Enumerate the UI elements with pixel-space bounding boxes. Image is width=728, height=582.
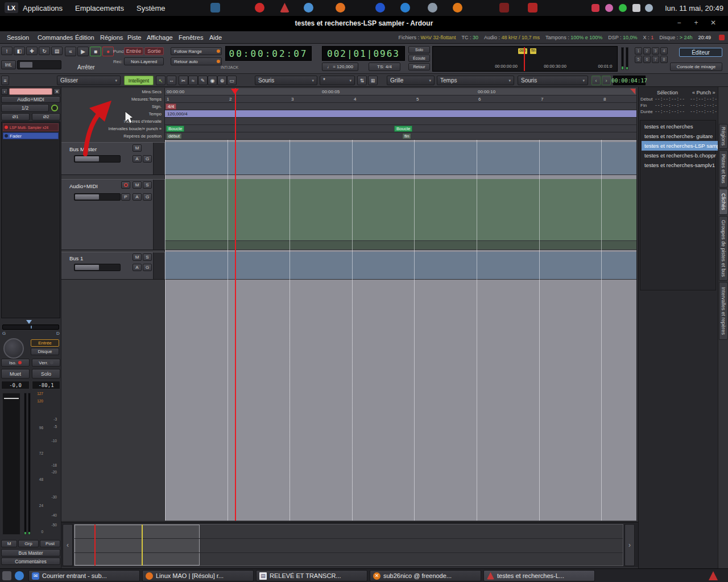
draw-mode-button[interactable]: ✎ xyxy=(198,76,208,85)
punch-start-time[interactable]: --:--:--:-- xyxy=(690,97,720,102)
action-script-5-button[interactable]: 5 xyxy=(635,56,642,63)
time-signature-marker[interactable]: 4/4 xyxy=(166,103,176,110)
track-playlist-button[interactable]: P xyxy=(121,193,130,201)
firefox-icon[interactable] xyxy=(336,3,345,13)
tray-check-icon[interactable] xyxy=(619,4,627,12)
monitor-input-button[interactable]: Entrée xyxy=(31,339,59,347)
peak-display[interactable]: -80,1 xyxy=(32,381,60,389)
processor-plugin-entry[interactable]: LSP Multi- Sampler x24 xyxy=(3,123,59,131)
chromium-icon[interactable] xyxy=(304,3,313,13)
monitor-disk-button[interactable]: Disque xyxy=(31,348,59,355)
menu-systeme[interactable]: Système xyxy=(133,0,169,16)
track-mute-button[interactable]: M xyxy=(133,144,142,152)
strip-close-button[interactable]: ✕ xyxy=(53,88,60,95)
plugin-active-led-icon[interactable] xyxy=(5,126,8,129)
solo-button[interactable]: Solo xyxy=(32,369,60,379)
punch-out-button[interactable]: Sortie xyxy=(144,47,164,55)
meter-point-post-button[interactable]: Post xyxy=(40,540,60,547)
time-signature-button[interactable]: TS: 4/4 xyxy=(369,63,400,71)
thunderbird-icon[interactable] xyxy=(428,3,437,13)
menu-fenetres[interactable]: Fenêtres xyxy=(174,31,208,44)
snapshot-item[interactable]: testes et recherches-b.choppr xyxy=(642,151,718,160)
auto-return-button[interactable]: Retour auto xyxy=(171,57,222,65)
pan-marker-icon[interactable] xyxy=(26,320,32,324)
track-header-audio-midi[interactable]: Audio+MIDI M S P A G xyxy=(61,179,165,250)
menu-affichage[interactable]: Affichage xyxy=(142,31,177,44)
tray-pink-icon[interactable] xyxy=(605,4,613,12)
pidgin-icon[interactable] xyxy=(15,571,24,580)
selection-end-time[interactable]: --:--:--:-- xyxy=(655,103,685,108)
edit-mode-dropdown[interactable]: Glisser▾ xyxy=(57,76,121,85)
ardour-tray-icon[interactable] xyxy=(709,571,718,580)
editor-tools-button[interactable]: ≡ xyxy=(1,76,9,85)
play-button[interactable]: ▶ xyxy=(77,47,89,56)
taskbar-window-document[interactable]: ▤RELEVÉ ET TRANSCR... xyxy=(256,570,367,581)
taskbar-window-xchat[interactable]: ✕sub26nico @ freenode... xyxy=(370,570,481,581)
strip-io-button[interactable]: 1/2 xyxy=(1,104,49,112)
blue-orb-icon[interactable] xyxy=(375,3,385,13)
shuttle-slider[interactable] xyxy=(17,60,61,69)
zoom-in-button[interactable]: › xyxy=(602,76,611,85)
track-name[interactable]: Audio+MIDI xyxy=(69,183,98,189)
grab-mode-button[interactable]: ↖ xyxy=(156,76,166,85)
gain-fader-handle[interactable] xyxy=(4,398,19,399)
mini-timeline[interactable]: déb fin 00:00:00:00 00:00:30:00 00:01:0 xyxy=(432,46,618,72)
track-gain-slider[interactable] xyxy=(74,193,121,201)
ruler-label-position[interactable]: Repères de position xyxy=(61,132,164,140)
track-color-button[interactable] xyxy=(9,88,52,95)
error-log-button[interactable] xyxy=(719,35,725,40)
window-titlebar[interactable]: testes et recherches-LSP sampler - Ardou… xyxy=(0,16,728,31)
action-script-6-button[interactable]: 6 xyxy=(643,56,651,63)
track-name[interactable]: Bus Master xyxy=(69,146,97,152)
sync-source-button[interactable]: INT/JACK xyxy=(221,65,238,69)
menu-emplacements[interactable]: Emplacements xyxy=(72,0,127,16)
strip-name-button[interactable]: Audio+MIDI xyxy=(1,96,60,103)
session-fin-marker[interactable]: fin xyxy=(402,133,411,139)
processor-box[interactable]: LSP Multi- Sampler x24 Fader xyxy=(1,122,60,318)
strip-hide-button[interactable]: ‹ xyxy=(1,88,8,95)
go-to-start-button[interactable]: « xyxy=(65,47,76,56)
zoom-out-button[interactable]: ‹ xyxy=(592,76,601,85)
tab-cliches-active[interactable]: Clichés xyxy=(719,189,728,215)
punch-end-time[interactable]: --:--:--:-- xyxy=(690,103,720,108)
secondary-clock[interactable]: 002|01|0963 xyxy=(322,46,405,61)
show-mixer-button[interactable]: Console de mixage xyxy=(670,63,722,71)
session-start-marker[interactable]: début xyxy=(166,133,182,139)
selection-start-time[interactable]: --:--:--:-- xyxy=(655,97,685,102)
konqueror-icon[interactable] xyxy=(400,3,410,13)
menu-edition[interactable]: Édition xyxy=(71,31,99,44)
maximize-button[interactable]: + xyxy=(690,19,702,28)
meter-point-m-button[interactable]: M xyxy=(1,540,17,547)
edit-point-dropdown[interactable]: Souris▾ xyxy=(255,76,317,85)
record-button[interactable]: ● xyxy=(102,47,114,56)
snapshot-item[interactable]: testes et recherches- guitare xyxy=(642,131,718,141)
phase-1-button[interactable]: Ø1 xyxy=(1,113,30,120)
menu-aide[interactable]: Aide xyxy=(205,31,226,44)
selection-length-time[interactable]: --:--:--:-- xyxy=(655,109,685,114)
solo-isolate-button[interactable]: Iso. xyxy=(1,359,30,367)
track-solo-button[interactable]: S xyxy=(143,253,152,261)
processor-fader-entry[interactable]: Fader xyxy=(3,132,59,139)
internal-edit-mode-button[interactable]: ▭ xyxy=(227,76,237,85)
tempo-marker[interactable]: 120,000/4 xyxy=(167,111,188,117)
desktop-logo-icon[interactable]: LX xyxy=(5,2,18,13)
action-script-7-button[interactable]: 7 xyxy=(652,56,659,63)
track-gain-slider[interactable] xyxy=(74,264,121,271)
show-desktop-icon[interactable] xyxy=(2,571,11,580)
edit-point-clock[interactable]: 00:00:04:17 xyxy=(613,76,646,85)
loop-end-marker[interactable]: Boucle xyxy=(394,126,412,132)
track-automation-button[interactable]: A xyxy=(133,193,142,201)
comments-button[interactable]: Commentaires xyxy=(1,558,60,565)
range-mode-button[interactable]: ⇔ xyxy=(167,76,176,85)
track-header-bus-1[interactable]: Bus 1 M S A G xyxy=(61,252,165,280)
track-header-bus-master[interactable]: Bus Master M A G xyxy=(61,142,165,175)
trim-knob[interactable] xyxy=(51,105,58,111)
taskbar-window-mail[interactable]: ✉Courrier entrant - sub... xyxy=(28,570,140,581)
midi-panic-button[interactable]: ! xyxy=(1,47,13,55)
mixer-red-icon[interactable] xyxy=(255,3,264,13)
ruler-label-minsecs[interactable]: Mins:Secs xyxy=(61,88,164,95)
action-script-8-button[interactable]: 8 xyxy=(660,56,668,63)
snapshot-item[interactable]: testes et recherches xyxy=(642,122,718,131)
track-solo-button[interactable]: S xyxy=(143,181,152,189)
shuttle-units-button[interactable]: Int. xyxy=(1,60,16,69)
